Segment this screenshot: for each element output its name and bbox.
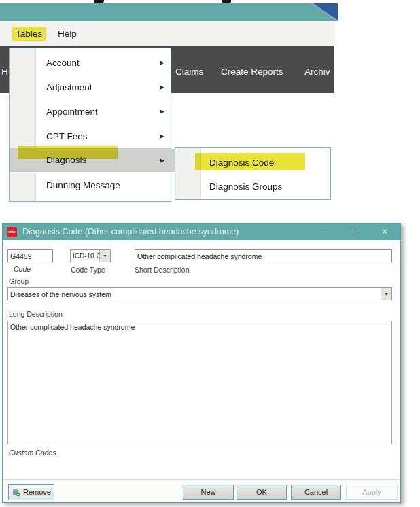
- menu-tables[interactable]: Tables: [12, 27, 46, 41]
- mie-app-icon: mie: [7, 227, 17, 237]
- diagnosis-code-dialog: mie Diagnosis Code (Other complicated he…: [2, 223, 401, 503]
- group-value: Diseases of the nervous system: [8, 288, 381, 300]
- menu-item-dunning-message[interactable]: Dunning Message: [10, 173, 171, 197]
- toolbar-item-claims[interactable]: Claims: [175, 67, 203, 77]
- cancel-button[interactable]: Cancel: [291, 485, 341, 500]
- long-description-label: Long Description: [9, 310, 63, 318]
- close-button[interactable]: ✕: [376, 224, 393, 240]
- menu-item-label: Dunning Message: [46, 180, 120, 190]
- short-description-input[interactable]: [135, 249, 392, 262]
- yellow-marker-diagnosis-code: [195, 153, 305, 170]
- toolbar-item-create-reports[interactable]: Create Reports: [221, 67, 283, 77]
- menu-help[interactable]: Help: [54, 27, 80, 41]
- submenu-arrow-icon: ▶: [160, 108, 164, 115]
- toolbar-item-archive[interactable]: Archiv: [304, 67, 330, 77]
- code-label: Code: [14, 265, 31, 273]
- dialog-titlebar[interactable]: mie Diagnosis Code (Other complicated he…: [3, 224, 400, 240]
- remove-icon: [12, 488, 20, 497]
- submenu-arrow-icon: ▶: [160, 157, 164, 164]
- remove-button[interactable]: Remove: [8, 484, 54, 500]
- apply-button[interactable]: Apply: [346, 485, 398, 500]
- submenu-arrow-icon: ▶: [160, 84, 164, 90]
- code-type-label: Code Type: [71, 266, 105, 274]
- menu-item-appointment[interactable]: Appointment ▶: [10, 99, 171, 124]
- menu-item-label: Adjustment: [46, 82, 92, 92]
- menu-item-cpt-fees[interactable]: CPT Fees ▶: [10, 124, 171, 148]
- submenu-item-diagnosis-groups[interactable]: Diagnosis Groups: [175, 175, 330, 198]
- new-button[interactable]: New: [183, 485, 234, 500]
- submenu-item-label: Diagnosis Groups: [209, 181, 282, 192]
- app-banner: [0, 3, 338, 21]
- diagnosis-submenu: Diagnosis Code Diagnosis Groups: [175, 147, 331, 200]
- chevron-down-icon[interactable]: ▼: [381, 288, 391, 300]
- menu-item-adjustment[interactable]: Adjustment ▶: [10, 75, 171, 99]
- remove-button-label: Remove: [23, 488, 51, 496]
- group-label: Group: [9, 277, 29, 285]
- hover-row-bridge: [167, 149, 175, 172]
- menu-item-label: CPT Fees: [46, 131, 88, 141]
- submenu-arrow-icon: ▶: [160, 59, 164, 66]
- dialog-title: Diagnosis Code (Other complicated headac…: [22, 227, 239, 237]
- minimize-button[interactable]: –: [315, 224, 332, 240]
- code-input[interactable]: [7, 249, 53, 262]
- logo-corner-icon: [311, 3, 338, 21]
- maximize-button[interactable]: □: [344, 224, 362, 240]
- chevron-down-icon[interactable]: ▼: [99, 250, 110, 262]
- yellow-marker-diagnosis: [18, 146, 118, 159]
- long-description-textarea[interactable]: Other complicated headache syndrome: [7, 321, 392, 444]
- submenu-arrow-icon: ▶: [160, 133, 164, 139]
- short-description-label: Short Description: [135, 266, 190, 274]
- ok-button[interactable]: OK: [237, 485, 287, 500]
- tables-dropdown-menu: Account ▶ Adjustment ▶ Appointment ▶ CPT…: [9, 48, 171, 202]
- menu-item-label: Account: [46, 58, 80, 68]
- dialog-button-panel: Remove New OK Cancel Apply: [3, 479, 400, 502]
- menu-item-account[interactable]: Account ▶: [10, 50, 171, 75]
- group-combobox[interactable]: Diseases of the nervous system ▼: [7, 287, 392, 300]
- menu-bar: Tables Help: [0, 21, 335, 46]
- custom-codes-label: Custom Codes: [9, 449, 56, 457]
- code-type-combobox[interactable]: ICD-10 CM ▼: [70, 249, 111, 262]
- screen: Tables Help H Claims Create Reports Arch…: [0, 0, 420, 507]
- menu-item-label: Appointment: [46, 107, 98, 117]
- toolbar-item-fragment[interactable]: H: [1, 67, 8, 77]
- code-type-value: ICD-10 CM: [71, 250, 99, 262]
